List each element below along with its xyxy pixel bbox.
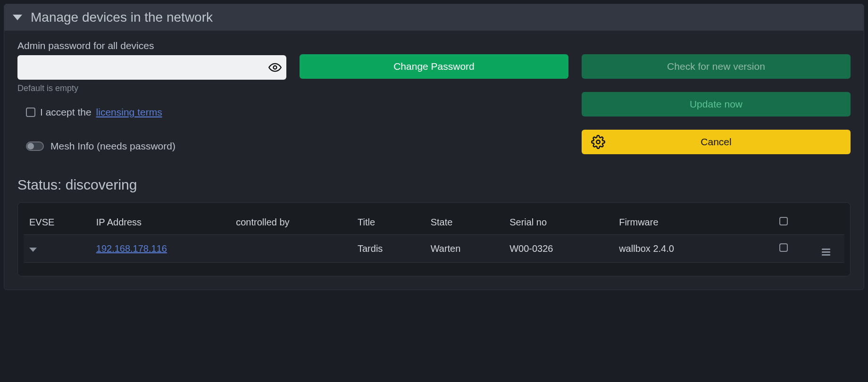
th-serial[interactable]: Serial no [504, 210, 613, 235]
cell-controlled-by [230, 235, 352, 263]
th-controlled-by[interactable]: controlled by [230, 210, 352, 235]
devices-table: EVSE IP Address controlled by Title Stat… [24, 210, 844, 263]
cell-ip: 192.168.178.116 [91, 235, 230, 263]
table-header-row: EVSE IP Address controlled by Title Stat… [24, 210, 844, 235]
devices-table-wrap: EVSE IP Address controlled by Title Stat… [17, 202, 851, 276]
licensing-terms-link[interactable]: licensing terms [96, 107, 162, 118]
consent-row: I accept the licensing terms [26, 107, 286, 118]
row-expand-icon[interactable] [29, 248, 37, 252]
row-menu-icon[interactable] [822, 249, 830, 256]
caret-down-icon[interactable] [13, 15, 22, 20]
mesh-label: Mesh Info (needs password) [50, 141, 175, 152]
svg-point-0 [274, 66, 277, 69]
password-help: Default is empty [17, 83, 286, 93]
th-actions [808, 210, 844, 235]
admin-password-input[interactable] [17, 55, 286, 80]
mesh-info-toggle[interactable] [26, 141, 44, 151]
check-version-button[interactable]: Check for new version [582, 54, 851, 79]
panel-title: Manage devices in the network [31, 10, 213, 25]
cell-actions [808, 235, 844, 263]
manage-devices-panel: Manage devices in the network Admin pass… [4, 4, 864, 290]
cell-state: Warten [425, 235, 504, 263]
password-label: Admin password for all devices [17, 40, 286, 51]
th-title[interactable]: Title [352, 210, 425, 235]
consent-prefix: I accept the [40, 107, 92, 118]
password-input-wrap [17, 55, 286, 80]
mesh-row: Mesh Info (needs password) [26, 141, 286, 152]
th-ip[interactable]: IP Address [91, 210, 230, 235]
right-column: Check for new version Update now Cancel [582, 40, 851, 154]
license-checkbox[interactable] [26, 108, 35, 117]
svg-point-1 [596, 140, 600, 144]
cancel-button[interactable]: Cancel [582, 130, 851, 154]
status-line: Status: discovering [17, 177, 851, 193]
panel-header[interactable]: Manage devices in the network [4, 4, 864, 31]
panel-body: Admin password for all devices Default i… [4, 31, 864, 290]
th-select-all [760, 210, 808, 235]
th-state[interactable]: State [425, 210, 504, 235]
change-password-button[interactable]: Change Password [300, 54, 568, 79]
cell-title: Tardis [352, 235, 425, 263]
update-now-button[interactable]: Update now [582, 92, 851, 116]
status-label: Status: [17, 177, 61, 192]
cell-serial: W00-0326 [504, 235, 613, 263]
cell-evse [24, 235, 91, 263]
eye-icon[interactable] [268, 61, 282, 74]
cell-select [760, 235, 808, 263]
th-firmware[interactable]: Firmware [613, 210, 759, 235]
top-controls: Admin password for all devices Default i… [17, 40, 851, 154]
gear-icon [591, 135, 605, 149]
row-select-checkbox[interactable] [779, 243, 788, 252]
select-all-checkbox[interactable] [779, 217, 788, 225]
table-row: 192.168.178.116 Tardis Warten W00-0326 w… [24, 235, 844, 263]
status-value: discovering [66, 177, 137, 192]
ip-link[interactable]: 192.168.178.116 [96, 243, 167, 254]
middle-column: Change Password [300, 40, 568, 79]
cell-firmware: wallbox 2.4.0 [613, 235, 759, 263]
password-block: Admin password for all devices Default i… [17, 40, 286, 152]
toggle-knob [27, 143, 34, 149]
th-evse[interactable]: EVSE [24, 210, 91, 235]
cancel-label: Cancel [701, 136, 731, 148]
